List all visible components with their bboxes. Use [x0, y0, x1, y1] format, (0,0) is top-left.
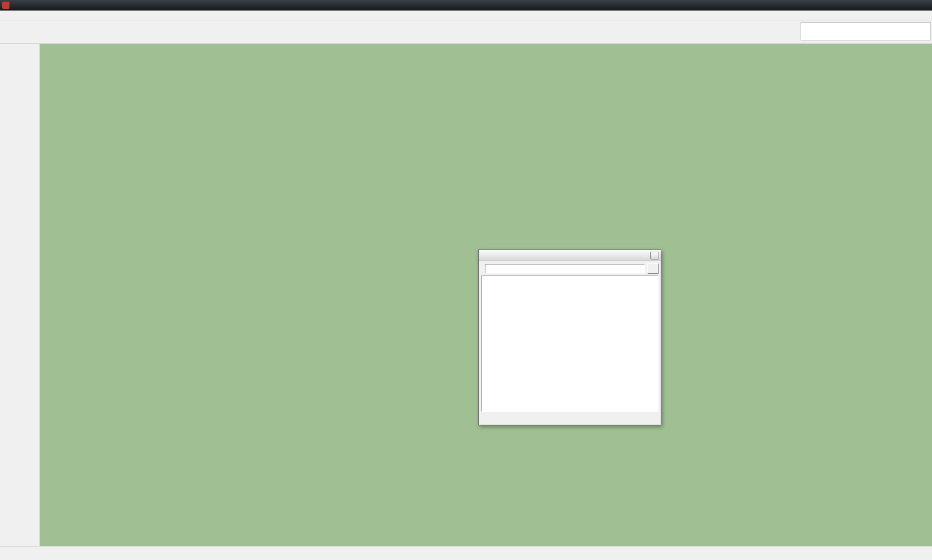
large-tool-set: [0, 44, 39, 53]
sketchup-logo-icon: [2, 2, 9, 9]
tool-sidebar: [0, 44, 40, 546]
filter-input[interactable]: [485, 264, 645, 273]
window-titlebar[interactable]: [0, 0, 932, 11]
measurements-box[interactable]: [801, 22, 931, 40]
close-icon[interactable]: [650, 252, 659, 259]
menubar: [0, 11, 932, 21]
main-toolbar: [0, 21, 932, 44]
outliner-tree: [481, 276, 659, 412]
filter-go-button[interactable]: [647, 263, 659, 274]
statusbar: [0, 546, 932, 560]
outliner-panel: [478, 250, 661, 425]
outliner-filter-row: [479, 261, 661, 276]
model-viewport[interactable]: [40, 44, 932, 546]
outliner-titlebar[interactable]: [479, 250, 661, 261]
